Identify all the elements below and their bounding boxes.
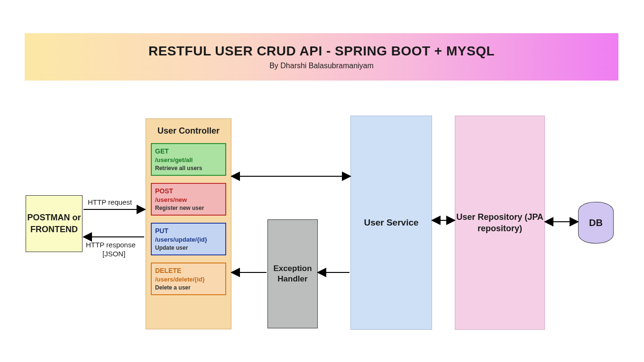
endpoint-delete: DELETE /users/delete/{id} Delete a user: [151, 262, 226, 295]
endpoint-put: PUT /users/update/{id} Update user: [151, 223, 226, 255]
delete-desc: Delete a user: [155, 284, 222, 291]
label-http-request: HTTP request: [88, 198, 132, 206]
label-http-response-2: [JSON]: [102, 250, 125, 258]
controller-box: User Controller GET /users/get/all Retri…: [146, 118, 231, 329]
db-box: DB: [578, 202, 614, 244]
get-desc: Retrieve all users: [155, 165, 222, 172]
put-path: /users/update/{id}: [155, 236, 222, 243]
put-method: PUT: [155, 227, 222, 235]
postman-box: POSTMAN or FRONTEND: [26, 195, 83, 252]
service-box: User Service: [350, 116, 432, 330]
post-desc: Register new user: [155, 205, 222, 211]
get-method: GET: [155, 147, 222, 155]
controller-title: User Controller: [151, 126, 226, 136]
db-label: DB: [589, 217, 603, 228]
service-label: User Service: [364, 217, 418, 228]
exception-label: Exception Handler: [268, 263, 317, 284]
repository-box: User Repository (JPA repository): [455, 116, 545, 330]
delete-method: DELETE: [155, 267, 222, 274]
postman-label: POSTMAN or FRONTEND: [26, 212, 82, 235]
delete-path: /users/delete/{id}: [155, 276, 222, 283]
label-http-response-1: HTTP response: [86, 241, 136, 249]
page-title: RESTFUL USER CRUD API - SPRING BOOT + MY…: [148, 44, 495, 59]
endpoint-post: POST /users/new Register new user: [151, 183, 226, 216]
put-desc: Update user: [155, 244, 222, 251]
post-method: POST: [155, 187, 222, 195]
post-path: /users/new: [155, 196, 222, 203]
endpoint-get: GET /users/get/all Retrieve all users: [151, 143, 226, 176]
title-banner: RESTFUL USER CRUD API - SPRING BOOT + MY…: [25, 33, 618, 81]
exception-box: Exception Handler: [267, 219, 318, 328]
author: By Dharshi Balasubramaniyam: [269, 62, 374, 70]
get-path: /users/get/all: [155, 156, 222, 163]
repository-label: User Repository (JPA repository): [455, 211, 544, 235]
